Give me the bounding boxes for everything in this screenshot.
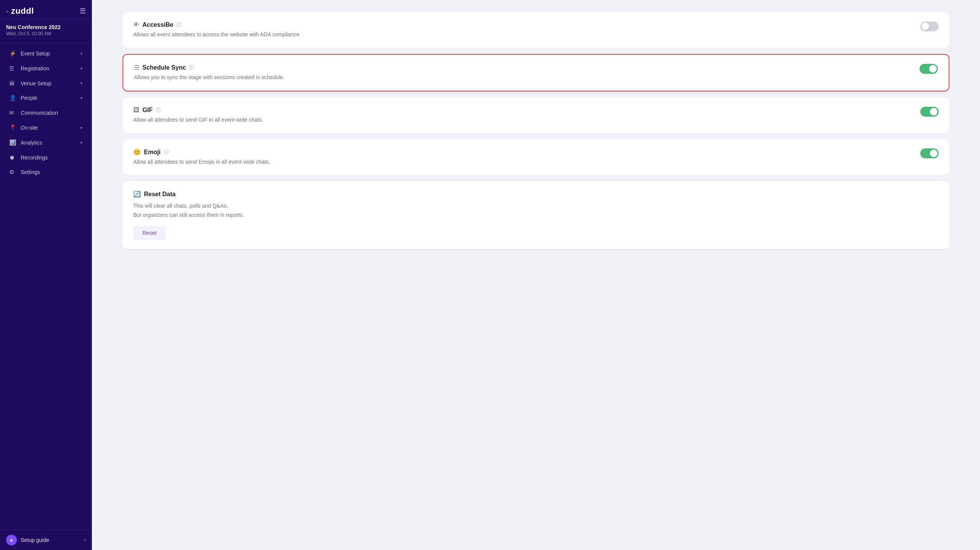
- feature-card-emoji: 😊 Emoji ⓘ Allow all attendees to send Em…: [122, 139, 949, 175]
- sidebar-item-registration[interactable]: ☰ Registration ▾: [3, 61, 89, 76]
- reset-title-row: 🔄 Reset Data: [133, 190, 939, 198]
- emoji-title: Emoji: [144, 149, 161, 156]
- back-arrow-icon[interactable]: ‹: [6, 8, 8, 14]
- card-right-schedule-sync: [920, 64, 938, 74]
- schedule-sync-desc: Allows you to sync the stage with sessio…: [134, 73, 910, 81]
- sidebar-item-on-site[interactable]: 📍 On-site ▾: [3, 120, 89, 135]
- event-setup-nav-icon: ⚡: [9, 50, 17, 57]
- event-date: Wed, Oct 5, 10:00 AM: [6, 31, 86, 36]
- app-logo: zuddl: [11, 6, 34, 16]
- reset-button[interactable]: Reset: [133, 226, 166, 240]
- main-content: 👁 AccessiBe ⓘ Allows all event attendees…: [92, 0, 980, 550]
- sidebar-item-event-setup[interactable]: ⚡ Event Setup ▾: [3, 46, 89, 61]
- settings-nav-label: Settings: [21, 169, 40, 175]
- emoji-desc: Allow all attendees to send Emojis in al…: [133, 158, 911, 166]
- recordings-nav-label: Recordings: [21, 155, 48, 161]
- accessibe-toggle[interactable]: [920, 21, 939, 31]
- sidebar-item-venue-setup[interactable]: 🏛 Venue Setup ▾: [3, 76, 89, 90]
- sidebar-item-settings[interactable]: ⚙ Settings: [3, 165, 89, 179]
- reset-data-card: 🔄 Reset Data This will clear all chats, …: [122, 181, 949, 249]
- card-left-emoji: 😊 Emoji ⓘ Allow all attendees to send Em…: [133, 148, 911, 166]
- sidebar-item-people[interactable]: 👤 People ▾: [3, 91, 89, 105]
- gif-toggle-knob: [930, 108, 938, 116]
- reset-section: 🔄 Reset Data This will clear all chats, …: [122, 181, 949, 249]
- people-chevron-icon: ▾: [80, 96, 83, 101]
- reset-title: Reset Data: [144, 191, 176, 198]
- card-right-gif: [920, 107, 939, 117]
- reset-icon: 🔄: [133, 190, 141, 198]
- analytics-chevron-icon: ▾: [80, 140, 83, 145]
- people-nav-icon: 👤: [9, 94, 17, 101]
- reset-desc: This will clear all chats, polls and Q&A…: [133, 202, 939, 220]
- feature-card-gif: 🖼 GIF ⓘ Allow all attendees to send GIF …: [122, 98, 949, 133]
- venue-setup-nav-label: Venue Setup: [21, 80, 51, 86]
- card-right-emoji: [920, 148, 939, 158]
- event-info: Neu Conference 2022 Wed, Oct 5, 10:00 AM: [0, 20, 92, 43]
- sidebar-header: ‹ zuddl ☰: [0, 0, 92, 20]
- schedule-sync-info-icon[interactable]: ⓘ: [189, 64, 194, 71]
- gif-toggle[interactable]: [920, 107, 939, 117]
- card-left-accessibe: 👁 AccessiBe ⓘ Allows all event attendees…: [133, 21, 911, 39]
- event-setup-nav-label: Event Setup: [21, 50, 50, 57]
- features-list: 👁 AccessiBe ⓘ Allows all event attendees…: [122, 12, 949, 175]
- card-title-row-gif: 🖼 GIF ⓘ: [133, 107, 911, 114]
- feature-card-schedule-sync: ☰ Schedule Sync ⓘ Allows you to sync the…: [122, 54, 949, 91]
- star-icon: ★: [6, 535, 17, 545]
- accessibe-info-icon[interactable]: ⓘ: [176, 21, 181, 28]
- on-site-nav-label: On-site: [21, 125, 38, 131]
- emoji-info-icon[interactable]: ⓘ: [164, 149, 169, 156]
- gif-icon: 🖼: [133, 107, 139, 114]
- sidebar-item-communication[interactable]: ✉ Communication: [3, 106, 89, 120]
- card-title-row-schedule-sync: ☰ Schedule Sync ⓘ: [134, 64, 910, 71]
- schedule-sync-toggle[interactable]: [920, 64, 938, 74]
- hamburger-icon[interactable]: ☰: [80, 7, 86, 15]
- card-right-accessibe: [920, 21, 939, 31]
- sidebar-item-recordings[interactable]: ⏺ Recordings: [3, 150, 89, 164]
- accessibe-toggle-knob: [921, 23, 929, 30]
- gif-title: GIF: [142, 107, 153, 114]
- gif-desc: Allow all attendees to send GIF in all e…: [133, 116, 911, 124]
- people-nav-label: People: [21, 95, 38, 101]
- communication-nav-icon: ✉: [9, 109, 17, 116]
- recordings-nav-icon: ⏺: [9, 154, 17, 161]
- venue-setup-chevron-icon: ▾: [80, 81, 83, 86]
- communication-nav-label: Communication: [21, 110, 58, 116]
- accessibe-title: AccessiBe: [142, 21, 173, 28]
- card-title-row-accessibe: 👁 AccessiBe ⓘ: [133, 21, 911, 28]
- emoji-toggle[interactable]: [920, 148, 939, 158]
- setup-guide-footer[interactable]: ★ Setup guide ›: [0, 530, 92, 550]
- accessibe-icon: 👁: [133, 21, 139, 28]
- schedule-sync-toggle-knob: [929, 65, 937, 73]
- registration-chevron-icon: ▾: [80, 66, 83, 71]
- emoji-icon: 😊: [133, 148, 141, 156]
- sidebar-item-analytics[interactable]: 📊 Analytics ▾: [3, 135, 89, 150]
- card-title-row-emoji: 😊 Emoji ⓘ: [133, 148, 911, 156]
- card-left-gif: 🖼 GIF ⓘ Allow all attendees to send GIF …: [133, 107, 911, 124]
- emoji-toggle-knob: [930, 150, 938, 157]
- registration-nav-icon: ☰: [9, 65, 17, 72]
- settings-nav-icon: ⚙: [9, 169, 17, 176]
- analytics-nav-label: Analytics: [21, 140, 42, 146]
- on-site-chevron-icon: ▾: [80, 125, 83, 130]
- analytics-nav-icon: 📊: [9, 139, 17, 146]
- event-setup-chevron-icon: ▾: [80, 51, 83, 56]
- schedule-sync-icon: ☰: [134, 64, 139, 71]
- card-left-schedule-sync: ☰ Schedule Sync ⓘ Allows you to sync the…: [134, 64, 910, 81]
- setup-guide-label: Setup guide: [21, 537, 49, 543]
- event-name: Neu Conference 2022: [6, 24, 86, 30]
- footer-chevron-icon: ›: [84, 537, 86, 543]
- nav-list: ⚡ Event Setup ▾ ☰ Registration ▾ 🏛 Venue…: [0, 43, 92, 530]
- registration-nav-label: Registration: [21, 65, 49, 72]
- on-site-nav-icon: 📍: [9, 124, 17, 131]
- gif-info-icon[interactable]: ⓘ: [156, 107, 161, 114]
- venue-setup-nav-icon: 🏛: [9, 80, 17, 86]
- accessibe-desc: Allows all event attendees to access the…: [133, 31, 911, 39]
- schedule-sync-title: Schedule Sync: [142, 64, 186, 71]
- feature-card-accessibe: 👁 AccessiBe ⓘ Allows all event attendees…: [122, 12, 949, 48]
- sidebar: ‹ zuddl ☰ Neu Conference 2022 Wed, Oct 5…: [0, 0, 92, 550]
